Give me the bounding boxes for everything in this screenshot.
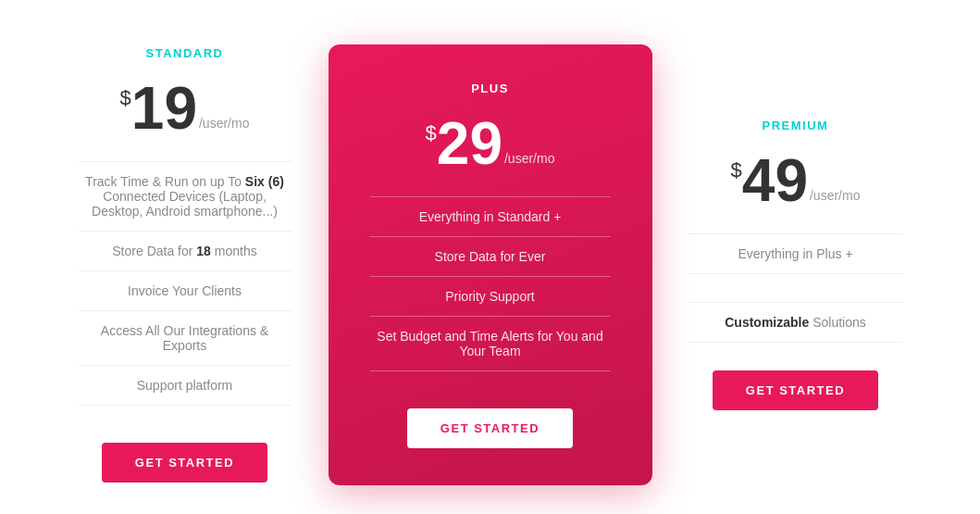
list-item: Store Data for 18 months bbox=[79, 232, 292, 271]
list-item: Invoice Your Clients bbox=[79, 271, 292, 311]
plan-standard-price-row: $ 19 /user/mo bbox=[79, 79, 292, 138]
plan-standard-amount: 19 bbox=[131, 79, 197, 138]
customizable-suffix: Solutions bbox=[813, 315, 866, 330]
plan-plus-features: Everything in Standard + Store Data for … bbox=[370, 196, 611, 371]
plan-premium-period: /user/mo bbox=[810, 188, 860, 203]
plus-get-started-button[interactable]: GET STARTED bbox=[407, 408, 573, 448]
list-item: Everything in Standard + bbox=[370, 196, 611, 237]
plan-premium-price-row: $ 49 /user/mo bbox=[689, 151, 902, 210]
list-item: Support platform bbox=[79, 366, 292, 406]
plan-premium-customizable: Customizable Solutions bbox=[689, 302, 902, 343]
pricing-container: STANDARD $ 19 /user/mo Track Time & Run … bbox=[0, 0, 980, 514]
plan-plus: PLUS $ 29 /user/mo Everything in Standar… bbox=[329, 44, 652, 485]
plan-plus-amount: 29 bbox=[437, 114, 502, 173]
plan-plus-currency: $ bbox=[426, 121, 437, 145]
plan-standard-period: /user/mo bbox=[199, 116, 249, 131]
plan-premium: PREMIUM $ 49 /user/mo Everything in Plus… bbox=[652, 91, 939, 438]
list-item: Track Time & Run on up To Six (6) Connec… bbox=[79, 161, 292, 232]
plan-standard-currency: $ bbox=[120, 86, 131, 110]
list-item: Priority Support bbox=[370, 277, 611, 317]
list-item: Set Budget and Time Alerts for You and Y… bbox=[370, 317, 611, 371]
plan-premium-features: Everything in Plus + bbox=[689, 233, 902, 274]
list-item: Everything in Plus + bbox=[689, 233, 902, 274]
list-item: Store Data for Ever bbox=[370, 237, 611, 277]
plan-premium-currency: $ bbox=[731, 158, 742, 182]
premium-get-started-button[interactable]: GET STARTED bbox=[713, 370, 878, 410]
plan-standard: STANDARD $ 19 /user/mo Track Time & Run … bbox=[42, 19, 329, 510]
list-item: Access All Our Integrations & Exports bbox=[79, 311, 292, 366]
plan-standard-features: Track Time & Run on up To Six (6) Connec… bbox=[79, 161, 292, 406]
plan-premium-name: PREMIUM bbox=[689, 119, 902, 132]
plan-plus-name: PLUS bbox=[370, 81, 611, 95]
plan-plus-price-row: $ 29 /user/mo bbox=[370, 114, 611, 173]
customizable-bold: Customizable bbox=[725, 315, 809, 330]
plan-premium-amount: 49 bbox=[742, 151, 808, 210]
plan-standard-name: STANDARD bbox=[79, 46, 292, 60]
standard-get-started-button[interactable]: GET STARTED bbox=[102, 443, 267, 483]
plan-plus-period: /user/mo bbox=[504, 151, 554, 166]
